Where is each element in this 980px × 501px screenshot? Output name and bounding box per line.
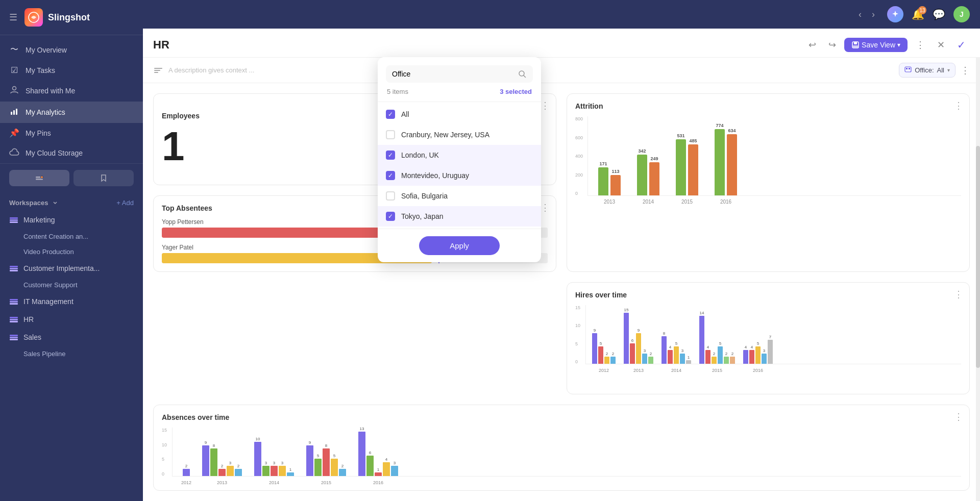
sub-item-content[interactable]: Content Creation an... ⋯ — [9, 229, 134, 244]
chat-button[interactable]: 💬 — [933, 8, 945, 20]
filter-more-button[interactable]: ⋮ — [961, 65, 970, 76]
topbar: ‹ › 🔔 13 💬 J — [143, 0, 980, 29]
avatar[interactable]: J — [953, 6, 970, 22]
undo-button[interactable]: ↩ — [804, 37, 820, 53]
save-view-button[interactable]: Save View ▾ — [844, 38, 908, 52]
svg-rect-16 — [10, 303, 18, 305]
ai-button[interactable] — [887, 6, 903, 22]
svg-rect-19 — [10, 321, 18, 322]
office-filter-label: Office: — [915, 66, 934, 74]
nav-list: 〜 My Overview ☑ My Tasks Shared with Me … — [0, 35, 143, 501]
dashboard-container: HR ↩ ↪ Save View ▾ ⋮ ✕ ✓ A descrip — [143, 29, 980, 501]
absences-widget: Absences over time ⋮ 0 5 10 15 2 — [153, 405, 970, 491]
svg-rect-15 — [10, 301, 18, 303]
sub-item-pipeline[interactable]: Sales Pipeline ⋯ — [9, 346, 134, 361]
dropdown-option-montevideo-label: Montevideo, Uruguay — [401, 171, 469, 180]
workspace-customer-impl-label: Customer Implementa... — [23, 264, 120, 272]
workspace-item-marketing[interactable]: Marketing ⋯ — [9, 211, 134, 229]
workspaces-header: Workspaces + Add — [9, 194, 134, 211]
dropdown-option-all[interactable]: ✓ All — [378, 104, 541, 124]
workspace-hr-label: HR — [23, 315, 120, 323]
selected-count: 3 selected — [500, 88, 532, 95]
back-button[interactable]: ‹ — [854, 7, 866, 22]
redo-button[interactable]: ↪ — [824, 37, 840, 53]
sidebar-item-analytics-label: My Analytics — [26, 108, 65, 116]
hires-widget-more[interactable]: ⋮ — [954, 289, 963, 300]
notifications-button[interactable]: 🔔 13 — [912, 8, 924, 20]
bookmark-storage-btn[interactable] — [74, 170, 134, 186]
sidebar-item-overview-label: My Overview — [26, 46, 67, 54]
workspace-item-it[interactable]: IT Management ⋯ — [9, 292, 134, 310]
office-filter-chip[interactable]: Office: All ▾ — [899, 63, 955, 78]
add-workspace-button[interactable]: + Add — [116, 199, 134, 207]
hires-widget: Hires over time ⋮ 0 5 10 15 9 — [567, 282, 970, 394]
employees-widget-more[interactable]: ⋮ — [541, 100, 550, 111]
dropdown-checkbox-cranbury[interactable] — [386, 130, 395, 139]
sub-support-label: Customer Support — [23, 281, 78, 289]
forward-button[interactable]: › — [868, 7, 879, 22]
dropdown-option-sofia[interactable]: Sofia, Bulgaria — [378, 186, 541, 206]
attrition-widget-more[interactable]: ⋮ — [954, 100, 963, 111]
workspace-sales-label: Sales — [23, 333, 120, 341]
svg-rect-31 — [909, 68, 910, 69]
main-area: ‹ › 🔔 13 💬 J HR ↩ ↪ Save View — [143, 0, 980, 501]
dropdown-checkbox-tokyo[interactable]: ✓ — [386, 212, 395, 221]
dropdown-option-cranbury-label: Cranbury, New Jersey, USA — [401, 131, 489, 139]
dropdown-checkbox-montevideo[interactable]: ✓ — [386, 171, 395, 180]
sidebar-item-analytics[interactable]: My Analytics — [0, 102, 143, 123]
office-filter-dropdown: 5 items 3 selected ✓ All Cranbury, New J… — [378, 57, 541, 262]
save-view-dropdown-arrow[interactable]: ▾ — [897, 41, 900, 48]
workspace-item-customer-impl[interactable]: Customer Implementa... ⋯ — [9, 259, 134, 277]
dropdown-option-montevideo[interactable]: ✓ Montevideo, Uruguay — [378, 165, 541, 186]
sidebar-item-overview[interactable]: 〜 My Overview — [0, 39, 143, 60]
storage-buttons — [0, 163, 143, 190]
svg-rect-25 — [853, 45, 858, 47]
layers-storage-btn[interactable] — [9, 170, 69, 186]
apply-button[interactable]: Apply — [419, 236, 500, 255]
sidebar-item-tasks[interactable]: ☑ My Tasks — [0, 60, 143, 80]
absences-widget-title: Absences over time — [162, 413, 961, 421]
dashboard-toolbar: ↩ ↪ Save View ▾ ⋮ ✕ ✓ — [804, 37, 970, 53]
scrollbar-track[interactable] — [976, 57, 980, 501]
dropdown-checkbox-all[interactable]: ✓ — [386, 110, 395, 119]
dashboard-header: HR ↩ ↪ Save View ▾ ⋮ ✕ ✓ — [143, 29, 980, 58]
hamburger-icon[interactable]: ☰ — [9, 12, 17, 23]
sub-item-video[interactable]: Video Production ⋯ — [9, 244, 134, 259]
dropdown-options-list: ✓ All Cranbury, New Jersey, USA ✓ London… — [378, 102, 541, 229]
svg-rect-10 — [10, 221, 18, 223]
sidebar-item-shared[interactable]: Shared with Me — [0, 80, 143, 102]
sub-content-label: Content Creation an... — [23, 233, 88, 240]
top-absentees-more[interactable]: ⋮ — [541, 202, 550, 213]
svg-rect-30 — [906, 68, 908, 69]
shared-icon — [9, 85, 19, 96]
dropdown-option-london[interactable]: ✓ London, UK — [378, 145, 541, 165]
dropdown-option-tokyo[interactable]: ✓ Tokyo, Japan — [378, 206, 541, 227]
sidebar-item-tasks-label: My Tasks — [26, 66, 55, 74]
scrollbar-thumb[interactable] — [976, 146, 980, 368]
dropdown-meta: 5 items 3 selected — [386, 88, 533, 95]
dropdown-search-input[interactable] — [392, 70, 513, 78]
svg-rect-2 — [11, 112, 12, 115]
workspace-item-hr[interactable]: HR ⋯ — [9, 310, 134, 328]
dropdown-checkbox-london[interactable]: ✓ — [386, 151, 395, 160]
more-button[interactable]: ⋮ — [912, 37, 929, 53]
confirm-button[interactable]: ✓ — [953, 37, 970, 53]
svg-rect-14 — [10, 299, 18, 300]
sub-item-support[interactable]: Customer Support ⋯ — [9, 277, 134, 292]
sidebar-header: ☰ Slingshot — [0, 0, 143, 35]
save-view-label: Save View — [862, 41, 895, 49]
sidebar-item-pins[interactable]: 📌 My Pins — [0, 123, 143, 143]
svg-rect-12 — [10, 268, 18, 269]
svg-rect-28 — [154, 72, 158, 73]
dropdown-checkbox-sofia[interactable] — [386, 191, 395, 201]
workspace-item-sales[interactable]: Sales ⋯ — [9, 328, 134, 346]
svg-rect-17 — [10, 317, 18, 318]
svg-rect-26 — [154, 68, 162, 69]
attrition-widget-title: Attrition — [575, 102, 961, 110]
sidebar-item-cloud[interactable]: My Cloud Storage — [0, 143, 143, 163]
tasks-icon: ☑ — [9, 65, 19, 75]
close-button[interactable]: ✕ — [933, 37, 949, 53]
dropdown-option-cranbury[interactable]: Cranbury, New Jersey, USA — [378, 124, 541, 145]
sidebar: ☰ Slingshot 〜 My Overview ☑ My Tasks Sha… — [0, 0, 143, 501]
absences-widget-more[interactable]: ⋮ — [954, 411, 963, 422]
